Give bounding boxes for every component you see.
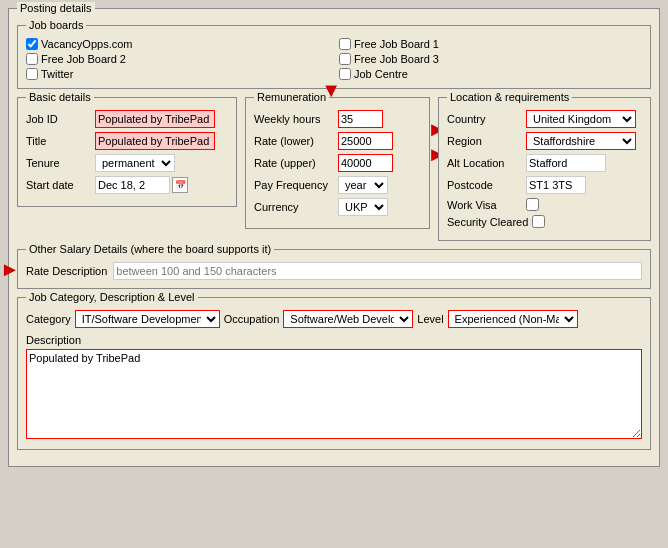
title-row: Title (26, 132, 228, 150)
location-label: Location & requirements (447, 91, 572, 103)
security-cleared-checkbox[interactable] (532, 215, 545, 228)
other-salary-label: Other Salary Details (where the board su… (26, 243, 274, 255)
checkbox-free-board-1[interactable]: Free Job Board 1 (339, 38, 642, 50)
rate-description-row: Rate Description (26, 258, 642, 280)
checkbox-free-board-1-input[interactable] (339, 38, 351, 50)
checkbox-free-board-3[interactable]: Free Job Board 3 (339, 53, 642, 65)
region-label: Region (447, 135, 522, 147)
tenure-label: Tenure (26, 157, 91, 169)
checkbox-free-board-3-label: Free Job Board 3 (354, 53, 439, 65)
title-input[interactable] (95, 132, 215, 150)
weekly-hours-input[interactable] (338, 110, 383, 128)
alt-location-row: Alt Location (447, 154, 642, 172)
start-date-input[interactable] (95, 176, 170, 194)
posting-details-panel: Posting details Job boards VacancyOpps.c… (8, 8, 660, 467)
rate-description-label: Rate Description (26, 265, 107, 277)
rate-lower-label: Rate (lower) (254, 135, 334, 147)
job-boards-section: Job boards VacancyOpps.com Free Job Boar… (17, 25, 651, 89)
alt-location-input[interactable] (526, 154, 606, 172)
rate-lower-input[interactable] (338, 132, 393, 150)
remuneration-label: Remuneration (254, 91, 329, 103)
job-boards-grid: VacancyOpps.com Free Job Board 1 Free Jo… (26, 34, 642, 80)
rate-lower-row: Rate (lower) (254, 132, 421, 150)
weekly-hours-row: Weekly hours (254, 110, 421, 128)
occupation-label: Occupation (224, 313, 280, 325)
tenure-row: Tenure permanent contract temporary (26, 154, 228, 172)
country-label: Country (447, 113, 522, 125)
job-id-input[interactable] (95, 110, 215, 128)
checkbox-free-board-2-input[interactable] (26, 53, 38, 65)
job-category-section: Job Category, Description & Level Catego… (17, 297, 651, 450)
checkbox-free-board-2[interactable]: Free Job Board 2 (26, 53, 329, 65)
checkbox-job-centre-input[interactable] (339, 68, 351, 80)
pay-freq-row: Pay Frequency year month week day hour (254, 176, 421, 194)
job-id-label: Job ID (26, 113, 91, 125)
category-row: Category IT/Software Development Occupat… (26, 306, 642, 328)
rate-upper-input[interactable] (338, 154, 393, 172)
checkbox-free-board-2-label: Free Job Board 2 (41, 53, 126, 65)
security-cleared-row: Security Cleared (447, 215, 642, 228)
details-row: ▼ Basic details Job ID Title Tenure perm… (17, 97, 651, 249)
postcode-label: Postcode (447, 179, 522, 191)
start-date-label: Start date (26, 179, 91, 191)
checkbox-free-board-1-label: Free Job Board 1 (354, 38, 439, 50)
checkbox-twitter-label: Twitter (41, 68, 73, 80)
basic-details-section: Basic details Job ID Title Tenure perman… (17, 97, 237, 207)
work-visa-label: Work Visa (447, 199, 522, 211)
currency-select[interactable]: UKP USD EUR (338, 198, 388, 216)
postcode-row: Postcode (447, 176, 642, 194)
alt-location-label: Alt Location (447, 157, 522, 169)
work-visa-row: Work Visa (447, 198, 642, 211)
occupation-select[interactable]: Software/Web Developer (283, 310, 413, 328)
description-textarea[interactable] (26, 349, 642, 439)
calendar-icon[interactable]: 📅 (172, 177, 188, 193)
security-cleared-label: Security Cleared (447, 216, 528, 228)
tenure-select[interactable]: permanent contract temporary (95, 154, 175, 172)
work-visa-checkbox[interactable] (526, 198, 539, 211)
pay-freq-select[interactable]: year month week day hour (338, 176, 388, 194)
checkbox-twitter[interactable]: Twitter (26, 68, 329, 80)
remuneration-section: Remuneration ► ► Weekly hours Rate (lowe… (245, 97, 430, 229)
checkbox-vacancy-opps[interactable]: VacancyOpps.com (26, 38, 329, 50)
pay-freq-label: Pay Frequency (254, 179, 334, 191)
checkbox-twitter-input[interactable] (26, 68, 38, 80)
posting-details-label: Posting details (17, 2, 95, 14)
rate-upper-row: Rate (upper) (254, 154, 421, 172)
basic-details-label: Basic details (26, 91, 94, 103)
level-select[interactable]: Experienced (Non-Manage (448, 310, 578, 328)
title-label: Title (26, 135, 91, 147)
checkbox-vacancy-opps-input[interactable] (26, 38, 38, 50)
country-row: Country United Kingdom (447, 110, 642, 128)
other-salary-section: Other Salary Details (where the board su… (17, 249, 651, 289)
checkbox-job-centre-label: Job Centre (354, 68, 408, 80)
checkbox-job-centre[interactable]: Job Centre (339, 68, 642, 80)
description-label: Description (26, 334, 642, 346)
checkbox-vacancy-opps-label: VacancyOpps.com (41, 38, 133, 50)
start-date-field: 📅 (95, 176, 188, 194)
currency-label: Currency (254, 201, 334, 213)
region-row: Region Staffordshire (447, 132, 642, 150)
currency-row: Currency UKP USD EUR (254, 198, 421, 216)
category-label: Category (26, 313, 71, 325)
checkbox-free-board-3-input[interactable] (339, 53, 351, 65)
country-select[interactable]: United Kingdom (526, 110, 636, 128)
job-id-row: Job ID (26, 110, 228, 128)
weekly-hours-label: Weekly hours (254, 113, 334, 125)
rate-description-input[interactable] (113, 262, 642, 280)
job-category-label: Job Category, Description & Level (26, 291, 198, 303)
level-label: Level (417, 313, 443, 325)
postcode-input[interactable] (526, 176, 586, 194)
job-boards-label: Job boards (26, 19, 86, 31)
arrow-right-icon-3: ► (0, 258, 20, 281)
location-section: Location & requirements Country United K… (438, 97, 651, 241)
rate-upper-label: Rate (upper) (254, 157, 334, 169)
start-date-row: Start date 📅 (26, 176, 228, 194)
description-container: Description (26, 334, 642, 441)
region-select[interactable]: Staffordshire (526, 132, 636, 150)
category-select[interactable]: IT/Software Development (75, 310, 220, 328)
